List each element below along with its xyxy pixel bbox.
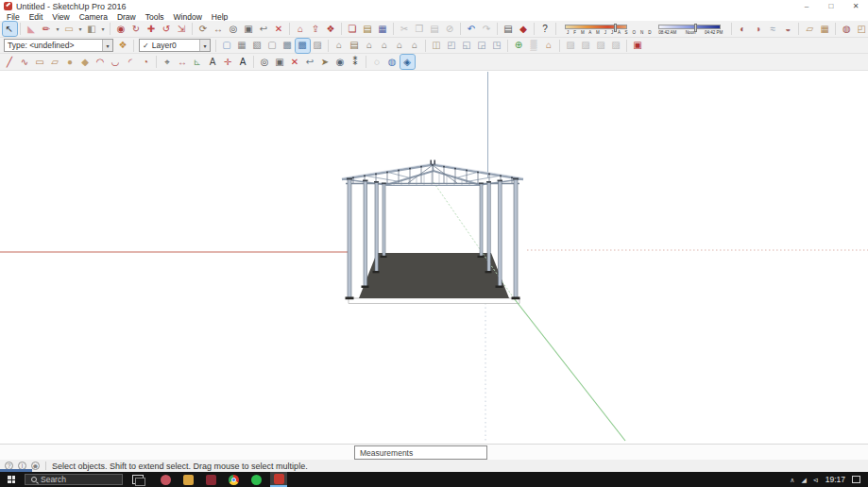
menu-window[interactable]: Window [169, 12, 207, 22]
watermark-button[interactable]: ▣ [631, 39, 645, 53]
zoom-tool-button[interactable]: ◎ [227, 22, 241, 36]
draw-pie-button[interactable]: ◔ [139, 55, 153, 69]
shadow-time-slider[interactable]: 08:42 AM Noon 04:42 PM [658, 25, 723, 35]
camera-zoom-window-button[interactable]: ▣ [273, 55, 287, 69]
smoove-button[interactable]: ◍ [840, 22, 854, 36]
draw-circle-button[interactable]: ● [63, 55, 77, 69]
project-photo-button[interactable]: ▨ [594, 39, 608, 53]
section-plane-button[interactable]: ◫ [430, 39, 444, 53]
pushpull-tool-button[interactable]: ◧ [85, 22, 99, 36]
dimension-button[interactable]: ↔ [176, 55, 190, 69]
move-tool-button[interactable]: ✚ [145, 22, 159, 36]
section-fill-button[interactable]: ◲ [475, 39, 489, 53]
credits-status-icon[interactable]: ☻ [31, 462, 40, 470]
perspective-mode-button[interactable]: ◈ [400, 55, 415, 69]
add-location-button[interactable]: ⊕ [512, 39, 526, 53]
print-button[interactable]: ▤ [502, 22, 516, 36]
minimize-button[interactable]: – [794, 0, 819, 12]
style-shaded-textures-button[interactable]: ▩ [296, 39, 310, 53]
paste-button[interactable]: ▤ [428, 22, 442, 36]
steel-frame-model[interactable] [342, 160, 625, 442]
view-top-button[interactable]: ▤ [348, 39, 362, 53]
view-back-button[interactable]: ⌂ [393, 39, 407, 53]
shadow-date-slider[interactable]: J F M A M J J A S O N D [565, 25, 653, 35]
clock[interactable]: 19:17 [825, 475, 845, 484]
volume-icon[interactable]: ⊲ [813, 477, 819, 483]
soften-edges-button[interactable]: ◒ [781, 22, 795, 36]
task-view-button[interactable] [132, 475, 144, 484]
extension-warehouse-button[interactable]: ❖ [324, 22, 338, 36]
text-tool-button[interactable]: A [206, 55, 220, 69]
zoom-window-tool-button[interactable]: ▣ [242, 22, 256, 36]
sketchup-taskbar-button[interactable] [270, 472, 287, 487]
media-app-taskbar-button[interactable] [202, 472, 219, 487]
whatsapp-taskbar-button[interactable] [247, 472, 264, 487]
match-photo-button[interactable]: ▨ [564, 39, 578, 53]
shapes-tool-button[interactable]: ▭ [62, 22, 77, 36]
save-file-button[interactable]: ▦ [376, 22, 390, 36]
style-back-edges-button[interactable]: ▦ [235, 39, 249, 53]
line-tool-button[interactable]: ✏ [40, 22, 54, 36]
camera-zoom-button[interactable]: ◎ [258, 55, 272, 69]
draw-rotated-rectangle-button[interactable]: ▱ [48, 55, 62, 69]
cut-button[interactable]: ✂ [398, 22, 412, 36]
draw-freehand-button[interactable]: ∿ [18, 55, 32, 69]
classifier-dialog-button[interactable]: ❖ [116, 39, 130, 53]
photo-texture-button[interactable]: ▨ [609, 39, 623, 53]
display-section-planes-button[interactable]: ◰ [445, 39, 459, 53]
draw-polygon-button[interactable]: ◆ [78, 55, 93, 69]
style-monochrome-button[interactable]: ▨ [311, 39, 325, 53]
toggle-terrain-button[interactable]: ▒ [527, 39, 541, 53]
tray-chevron-icon[interactable]: ∧ [790, 477, 794, 483]
start-button[interactable] [0, 472, 23, 487]
chevron-down-icon[interactable]: ▾ [199, 40, 210, 51]
zoom-previous-button[interactable]: ↩ [257, 22, 271, 36]
stamp-button[interactable]: ◰ [855, 22, 868, 36]
field-of-view-button[interactable]: ◌ [370, 55, 384, 69]
view-left-button[interactable]: ⌂ [408, 39, 422, 53]
classifier-type-combo[interactable]: Type: <undefined> ▾ [4, 39, 113, 52]
model-viewport[interactable] [0, 71, 868, 444]
scale-tool-button[interactable]: ⇲ [175, 22, 189, 36]
camera-zoom-extents-button[interactable]: ✕ [288, 55, 302, 69]
view-front-button[interactable]: ⌂ [363, 39, 377, 53]
menu-edit[interactable]: Edit [25, 12, 48, 22]
add-building-button[interactable]: ⌂ [542, 39, 556, 53]
protractor-button[interactable]: ⊾ [191, 55, 205, 69]
fog-button[interactable]: ≈ [766, 22, 780, 36]
draw-arc-button[interactable]: ◠ [94, 55, 108, 69]
view-right-button[interactable]: ⌂ [378, 39, 392, 53]
style-shaded-button[interactable]: ▩ [281, 39, 295, 53]
time-slider-track[interactable] [658, 25, 721, 29]
file-explorer-taskbar-button[interactable] [179, 472, 196, 487]
section-outline-button[interactable]: ◳ [490, 39, 504, 53]
draw-3pt-arc-button[interactable]: ◜ [124, 55, 138, 69]
sandbox-from-scratch-button[interactable]: ▦ [818, 22, 832, 36]
pan-tool-button[interactable]: ↔ [212, 22, 226, 36]
paint-bucket-tool-button[interactable]: ◉ [114, 22, 128, 36]
camera-previous-button[interactable]: ↩ [303, 55, 317, 69]
browser-app-taskbar-button[interactable] [157, 472, 174, 487]
undo-button[interactable]: ↶ [465, 22, 479, 36]
close-button[interactable]: ✕ [843, 0, 868, 12]
shadow-settings-button[interactable]: ◐ [736, 22, 750, 36]
sandbox-from-contours-button[interactable]: ▱ [803, 22, 817, 36]
eraser-tool-button[interactable]: ◣ [25, 22, 39, 36]
copy-button[interactable]: ❒ [413, 22, 427, 36]
edit-matched-photo-button[interactable]: ▨ [579, 39, 593, 53]
style-hidden-line-button[interactable]: ▢ [265, 39, 280, 53]
menu-view[interactable]: View [47, 12, 74, 22]
position-camera-button[interactable]: ➤ [318, 55, 332, 69]
share-model-button[interactable]: ⇪ [309, 22, 323, 36]
style-xray-button[interactable]: ▢ [220, 39, 234, 53]
pushpull-flyout-icon[interactable]: ▾ [100, 22, 107, 36]
title-bar[interactable]: Untitled - SketchUp Pro 2016 – □ ✕ [0, 0, 868, 12]
3d-warehouse-button[interactable]: ⌂ [294, 22, 308, 36]
action-center-icon[interactable] [852, 476, 860, 483]
line-flyout-icon[interactable]: ▾ [55, 22, 61, 36]
draw-rectangle-button[interactable]: ▭ [33, 55, 47, 69]
taskbar-search-input[interactable]: Search [25, 474, 123, 485]
toggle-shadows-button[interactable]: ◑ [751, 22, 765, 36]
redo-button[interactable]: ↷ [480, 22, 494, 36]
orbit-tool-button[interactable]: ⟳ [196, 22, 211, 36]
